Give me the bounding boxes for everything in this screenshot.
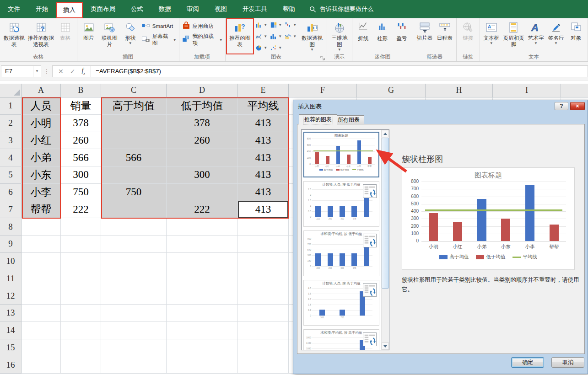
ribbon-tab-数据[interactable]: 数据	[151, 0, 179, 18]
chart-thumbnail-list[interactable]: 图表标题0200400600800小明小红小弟小东小李帮帮高于均值低于均值平均线…	[301, 129, 389, 350]
cell-B12[interactable]	[61, 287, 101, 305]
cell-C10[interactable]	[101, 253, 167, 270]
row-header-13[interactable]: 13	[0, 305, 22, 322]
cell-B5[interactable]: 300	[61, 166, 101, 184]
cell-C5[interactable]	[101, 166, 167, 184]
cell-A6[interactable]: 小李	[22, 184, 61, 201]
cancel-button[interactable]: 取消	[551, 357, 584, 368]
cell-B2[interactable]: 378	[61, 115, 101, 132]
dialog-help-button[interactable]: ?	[555, 102, 568, 110]
ribbon-tab-审阅[interactable]: 审阅	[179, 0, 207, 18]
row-header-4[interactable]: 4	[0, 149, 22, 166]
ribbon-button-切片器[interactable]: 切片器	[415, 19, 435, 54]
cell-E1[interactable]: 平均线	[238, 97, 289, 115]
cell-C9[interactable]	[101, 236, 167, 253]
cell-C2[interactable]	[101, 115, 167, 132]
cell-E7[interactable]: 413	[238, 201, 289, 219]
formula-input[interactable]: =AVERAGE($B$2:$B$7)	[91, 65, 588, 77]
cell-D15[interactable]	[167, 339, 238, 357]
ribbon-tab-插入[interactable]: 插入	[56, 2, 83, 18]
cell-A4[interactable]: 小弟	[22, 149, 61, 166]
cell-B6[interactable]: 750	[61, 184, 101, 201]
tell-me-search[interactable]: 告诉我你想要做什么	[309, 5, 373, 13]
column-header-E[interactable]: E	[238, 84, 289, 97]
ribbon-button-页眉和页脚[interactable]: 页眉和页脚	[502, 19, 526, 54]
chart-thumbnail-2[interactable]: 计数项:人员, 按 低于均值00.511.522.5222260300378	[303, 181, 379, 227]
row-header-15[interactable]: 15	[0, 339, 22, 357]
cell-D7[interactable]: 222	[167, 201, 238, 219]
cell-B16[interactable]	[61, 356, 101, 374]
insert-pie-chart-button[interactable]: ▼	[254, 42, 269, 54]
cell-C3[interactable]	[101, 132, 167, 150]
cell-B13[interactable]	[61, 305, 101, 322]
row-header-10[interactable]: 10	[0, 253, 22, 270]
cell-E5[interactable]: 413	[238, 166, 289, 184]
cell-E10[interactable]	[238, 253, 289, 270]
column-header-G[interactable]: G	[357, 84, 426, 97]
ribbon-button-艺术字[interactable]: A艺术字▼	[526, 19, 546, 54]
cell-C15[interactable]	[101, 339, 167, 357]
insert-line-chart-button[interactable]: ▼	[254, 31, 269, 42]
cell-A5[interactable]: 小东	[22, 166, 61, 184]
ribbon-button-柱形[interactable]: 柱形	[373, 19, 392, 54]
tab-recommended-charts[interactable]: 推荐的图表	[299, 114, 337, 124]
ribbon-button-联机图片[interactable]: 联机图片	[99, 19, 120, 54]
ribbon-button-数据透视图[interactable]: 数据透视图▼	[299, 19, 325, 54]
cell-C4[interactable]: 566	[101, 149, 167, 166]
ribbon-tab-页面布局[interactable]: 页面布局	[83, 0, 123, 18]
cell-D12[interactable]	[167, 287, 238, 305]
confirm-entry-icon[interactable]: ✓	[70, 68, 76, 75]
ribbon-button-SmartArt[interactable]: SmartArt	[141, 21, 177, 31]
ribbon-button-图片[interactable]: 图片	[79, 19, 99, 54]
cell-C6[interactable]: 750	[101, 184, 167, 201]
cell-D4[interactable]	[167, 149, 238, 166]
cell-A14[interactable]	[22, 322, 61, 339]
cell-B9[interactable]	[61, 236, 101, 253]
cell-B3[interactable]: 260	[61, 132, 101, 150]
cell-C11[interactable]	[101, 270, 167, 288]
cell-E3[interactable]: 413	[238, 132, 289, 150]
dialog-close-button[interactable]: ×	[570, 102, 585, 110]
cell-B7[interactable]: 222	[61, 201, 101, 219]
cell-D9[interactable]	[167, 236, 238, 253]
cell-C8[interactable]	[101, 218, 167, 236]
cell-B14[interactable]	[61, 322, 101, 339]
cell-A16[interactable]	[22, 356, 61, 374]
cell-E16[interactable]	[238, 356, 289, 374]
insert-waterfall-chart-button[interactable]: ▼	[283, 19, 298, 31]
cell-A1[interactable]: 人员	[22, 97, 61, 115]
ribbon-button-文本框[interactable]: A文本框▼	[481, 19, 502, 54]
cell-D13[interactable]	[167, 305, 238, 322]
row-header-1[interactable]: 1	[0, 97, 22, 115]
cell-B8[interactable]	[61, 218, 101, 236]
cell-C14[interactable]	[101, 322, 167, 339]
cell-D1[interactable]: 低于均值	[167, 97, 238, 115]
cell-A2[interactable]: 小明	[22, 115, 61, 132]
ribbon-button-应用商店[interactable]: 应用商店	[182, 21, 223, 31]
chart-thumbnail-5[interactable]: 求和项:平均线, 按 高于均值0360720108014401800566750	[303, 329, 379, 350]
column-header-D[interactable]: D	[167, 84, 238, 97]
cell-B4[interactable]: 566	[61, 149, 101, 166]
cell-E13[interactable]	[238, 305, 289, 322]
cell-C1[interactable]: 高于均值	[101, 97, 167, 115]
tab-all-charts[interactable]: 所有图表	[333, 115, 364, 124]
cell-E12[interactable]	[238, 287, 289, 305]
insert-statistic-chart-button[interactable]: ▼	[269, 31, 283, 42]
chart-thumbnail-1[interactable]: 图表标题0200400600800小明小红小弟小东小李帮帮高于均值低于均值平均线	[303, 132, 379, 177]
ribbon-button-形状[interactable]: 形状▼	[120, 19, 140, 54]
cell-A11[interactable]	[22, 270, 61, 288]
row-header-3[interactable]: 3	[0, 132, 22, 150]
cell-D6[interactable]	[167, 184, 238, 201]
cell-D11[interactable]	[167, 270, 238, 288]
ribbon-button-推荐的图表[interactable]: ?推荐的图表	[227, 19, 254, 54]
cell-A3[interactable]: 小红	[22, 132, 61, 150]
cell-D3[interactable]: 260	[167, 132, 238, 150]
row-header-8[interactable]: 8	[0, 218, 22, 236]
column-header-F[interactable]: F	[289, 84, 357, 97]
row-header-9[interactable]: 9	[0, 236, 22, 253]
ribbon-button-签名行[interactable]: 签名行▼	[546, 19, 566, 54]
name-box-dropdown-icon[interactable]: ▼	[33, 66, 41, 77]
scroll-down-button[interactable]	[382, 343, 389, 350]
ribbon-button-盈亏[interactable]: 盈亏	[392, 19, 411, 54]
cell-C13[interactable]	[101, 305, 167, 322]
